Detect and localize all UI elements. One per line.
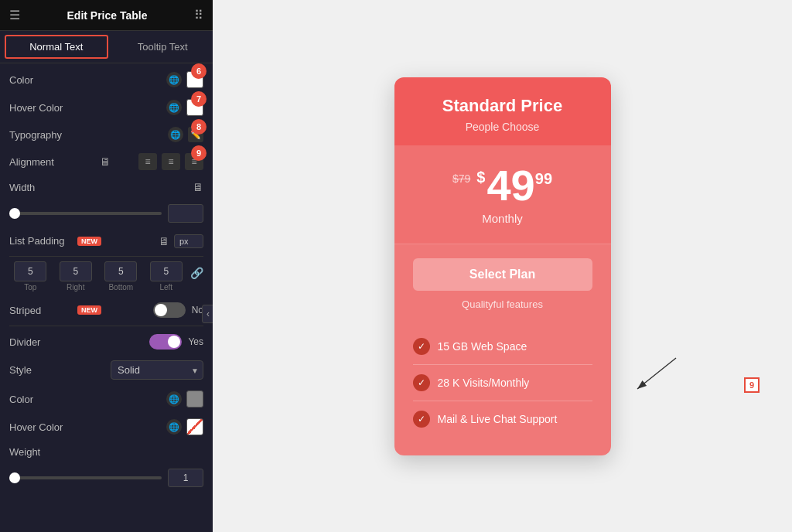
select-plan-button[interactable]: Select Plan	[413, 258, 592, 291]
striped-toggle[interactable]	[153, 302, 186, 318]
divider-row: Divider Yes	[9, 334, 203, 350]
feature-item-3: ✓ Mail & Live Chat Support	[413, 401, 592, 437]
padding-top-cell: 5 Top	[9, 261, 52, 292]
striped-row: Striped NEW No ‹	[9, 302, 203, 326]
weight-input[interactable]	[168, 469, 203, 487]
align-center-btn[interactable]: ≡	[162, 153, 180, 170]
hover-color2-globe-icon[interactable]: 🌐	[166, 419, 182, 435]
weight-slider-thumb[interactable]	[9, 472, 20, 483]
tab-normal-text[interactable]: Normal Text	[5, 35, 108, 59]
width-monitor-icon: 🖥	[193, 181, 203, 193]
px-unit-wrap: px em %	[174, 234, 203, 248]
color2-label: Color	[9, 394, 71, 405]
list-padding-label: List Padding	[9, 235, 71, 247]
price-dollar-sign: $	[476, 169, 485, 186]
card-btn-section: Select Plan Qualityful features	[394, 244, 611, 321]
right-panel: Standard Price People Choose $79 $ 49 99…	[213, 0, 792, 532]
color2-swatch[interactable]	[186, 390, 203, 408]
check-icon-1: ✓	[413, 338, 430, 355]
divider-toggle[interactable]	[149, 334, 182, 350]
style-select[interactable]: Solid Dashed Dotted	[111, 360, 203, 380]
hover-globe-icon[interactable]: 🌐	[166, 100, 182, 115]
card-features: ✓ 15 GB Web Space ✓ 28 K Visits/Monthly …	[394, 321, 611, 455]
qualityful-text: Qualityful features	[413, 298, 592, 310]
feature-text-1: 15 GB Web Space	[438, 340, 527, 353]
list-padding-monitor-icon: 🖥	[159, 235, 169, 247]
price-main: 49	[486, 164, 534, 207]
hover-color2-label: Hover Color	[9, 421, 71, 433]
hover-color2-row: Hover Color 🌐	[9, 418, 203, 435]
style-row: Style Solid Dashed Dotted ▼	[9, 360, 203, 380]
card-price-section: $79 $ 49 99 Monthly	[394, 145, 611, 244]
tab-tooltip-text[interactable]: Tooltip Text	[113, 31, 213, 63]
weight-row-label: Weight	[9, 446, 203, 458]
padding-bottom-input[interactable]: 5	[104, 261, 137, 281]
padding-bottom-label: Bottom	[108, 283, 133, 292]
striped-new-badge: NEW	[77, 305, 101, 315]
padding-right-input[interactable]: 5	[60, 261, 92, 281]
color-label: Color	[9, 74, 71, 86]
divider-toggle-label: Yes	[188, 336, 203, 347]
feature-text-2: 28 K Visits/Monthly	[438, 377, 530, 389]
panel-body: Color 🌐 6 Hover Color 🌐 7 Typography 🌐 ✏…	[0, 63, 213, 532]
padding-grid: 5 Top 5 Right 5 Bottom 5 Left 🔗	[9, 261, 203, 292]
typography-globe-icon[interactable]: 🌐	[168, 127, 183, 142]
divider-label: Divider	[9, 336, 71, 348]
px-unit-select[interactable]: px em %	[174, 234, 203, 248]
padding-left-cell: 5 Left	[145, 261, 188, 292]
hover-color2-swatch[interactable]	[186, 418, 203, 435]
width-label: Width	[9, 182, 71, 193]
padding-top-label: Top	[24, 283, 36, 292]
arrow-annotation	[622, 350, 684, 397]
padding-right-label: Right	[67, 283, 84, 292]
svg-line-1	[637, 358, 676, 389]
striped-toggle-knob	[155, 304, 167, 316]
align-left-btn[interactable]: ≡	[138, 153, 157, 170]
price-old: $79	[452, 172, 470, 185]
list-padding-new-badge: NEW	[77, 237, 101, 246]
color2-controls: 🌐	[166, 390, 203, 408]
weight-label: Weight	[9, 446, 71, 458]
annotation-9: 9	[744, 377, 760, 393]
badge-7: 7	[191, 91, 207, 107]
divider-toggle-wrap: Yes	[149, 334, 203, 350]
grid-icon[interactable]: ⠿	[194, 8, 203, 22]
left-panel: ☰ Edit Price Table ⠿ Normal Text Tooltip…	[0, 0, 213, 532]
badge-9: 9	[191, 145, 207, 161]
hover-color2-controls: 🌐	[166, 418, 203, 435]
typography-row: Typography 🌐 ✏️ 8	[9, 127, 203, 142]
striped-label: Striped	[9, 305, 71, 316]
weight-slider-track[interactable]	[9, 476, 162, 479]
color2-globe-icon[interactable]: 🌐	[166, 391, 182, 407]
price-period: Monthly	[410, 212, 596, 225]
hamburger-icon[interactable]: ☰	[9, 8, 20, 22]
padding-left-input[interactable]: 5	[150, 261, 183, 281]
width-input[interactable]	[168, 204, 203, 223]
check-icon-2: ✓	[413, 374, 430, 391]
feature-item-1: ✓ 15 GB Web Space	[413, 329, 592, 365]
price-new-wrap: $ 49 99	[476, 164, 552, 207]
top-bar: ☰ Edit Price Table ⠿	[0, 0, 213, 31]
weight-slider-row	[9, 469, 203, 487]
link-padding-icon[interactable]: 🔗	[190, 267, 203, 279]
price-card: Standard Price People Choose $79 $ 49 99…	[394, 77, 611, 455]
striped-toggle-wrap: No	[153, 302, 203, 318]
color2-row: Color 🌐	[9, 390, 203, 408]
feature-text-3: Mail & Live Chat Support	[438, 413, 558, 425]
divider-toggle-knob	[168, 336, 180, 348]
width-slider-thumb[interactable]	[9, 208, 20, 219]
color-globe-icon[interactable]: 🌐	[166, 72, 182, 87]
check-icon-3: ✓	[413, 411, 430, 428]
card-subtitle: People Choose	[410, 121, 596, 133]
badge-8: 8	[191, 119, 207, 135]
badge-6: 6	[191, 63, 207, 79]
feature-item-2: ✓ 28 K Visits/Monthly	[413, 365, 592, 401]
padding-left-label: Left	[159, 283, 172, 292]
collapse-arrow[interactable]: ‹	[202, 305, 213, 323]
hover-color-label: Hover Color	[9, 102, 71, 114]
alignment-row: Alignment 🖥 ≡ ≡ ≡ 9	[9, 153, 203, 170]
price-cents: 99	[535, 170, 552, 188]
width-slider-track[interactable]	[9, 212, 162, 215]
padding-top-input[interactable]: 5	[14, 261, 46, 281]
padding-right-cell: 5 Right	[55, 261, 97, 292]
